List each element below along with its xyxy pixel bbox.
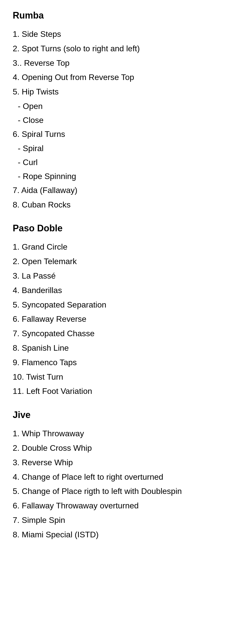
list-item: 9. Flamenco Taps	[13, 357, 231, 368]
list-item: 3. Reverse Whip	[13, 457, 231, 468]
list-item: 4. Banderillas	[13, 285, 231, 296]
list-item: 10. Twist Turn	[13, 371, 231, 383]
list-item: 1. Whip Throwaway	[13, 428, 231, 439]
list-item: 8. Cuban Rocks	[13, 199, 231, 211]
section-title-paso-doble: Paso Doble	[13, 223, 231, 234]
list-item: 8. Spanish Line	[13, 342, 231, 354]
list-item: 2. Double Cross Whip	[13, 442, 231, 454]
section-paso-doble: Paso Doble 1. Grand Circle 2. Open Telem…	[13, 223, 231, 397]
list-sub-item: - Curl	[13, 157, 231, 168]
list-item: 7. Aida (Fallaway)	[13, 185, 231, 196]
list-item: 7. Syncopated Chasse	[13, 328, 231, 339]
list-item: 5. Hip Twists	[13, 86, 231, 98]
list-item: 3. La Passé	[13, 270, 231, 282]
section-title-rumba: Rumba	[13, 10, 231, 21]
section-rumba: Rumba 1. Side Steps 2. Spot Turns (solo …	[13, 10, 231, 210]
section-jive: Jive 1. Whip Throwaway 2. Double Cross W…	[13, 410, 231, 540]
list-sub-item: - Spiral	[13, 143, 231, 154]
list-sub-item: - Rope Spinning	[13, 171, 231, 182]
list-item: 1. Grand Circle	[13, 241, 231, 253]
list-item: 11. Left Foot Variation	[13, 385, 231, 397]
list-item: 6. Fallaway Reverse	[13, 313, 231, 325]
list-item: 2. Open Telemark	[13, 256, 231, 267]
list-item: 1. Side Steps	[13, 28, 231, 40]
list-item: 6. Spiral Turns	[13, 128, 231, 140]
list-item: 6. Fallaway Throwaway overturned	[13, 500, 231, 511]
list-item: 5. Syncopated Separation	[13, 299, 231, 311]
list-sub-item: - Close	[13, 115, 231, 126]
list-item: 4. Opening Out from Reverse Top	[13, 72, 231, 83]
list-sub-item: - Open	[13, 101, 231, 112]
list-item: 8. Miami Special (ISTD)	[13, 529, 231, 540]
list-item: 2. Spot Turns (solo to right and left)	[13, 43, 231, 54]
section-title-jive: Jive	[13, 410, 231, 420]
page-content: Rumba 1. Side Steps 2. Spot Turns (solo …	[13, 10, 231, 540]
list-item: 3.. Reverse Top	[13, 57, 231, 69]
list-item: 7. Simple Spin	[13, 514, 231, 526]
list-item: 5. Change of Place rigth to left with Do…	[13, 486, 231, 497]
list-item: 4. Change of Place left to right overtur…	[13, 471, 231, 483]
